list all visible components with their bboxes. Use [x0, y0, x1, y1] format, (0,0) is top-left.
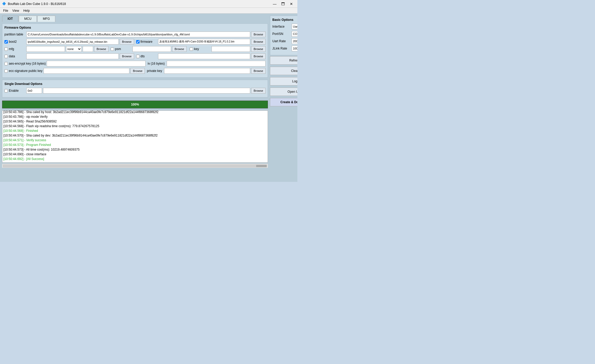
psm-browse[interactable]: Browse — [172, 46, 187, 52]
ecc-label: ecc-signature public key — [9, 69, 43, 73]
tab-iot[interactable]: IOT — [2, 16, 18, 22]
ecc-public-browse[interactable]: Browse — [130, 68, 145, 74]
psm-input[interactable] — [133, 46, 171, 52]
menu-file[interactable]: File — [1, 8, 10, 13]
data-dts-row: data Browse dts Browse — [4, 53, 266, 59]
boot2-label: boot2 — [9, 40, 17, 44]
basic-options-title: Basic Options — [272, 18, 297, 22]
boot2-input[interactable] — [26, 39, 119, 45]
log-line: [10:50:44.573] - All time cost(ms): 1021… — [3, 147, 267, 152]
ecc-private-browse[interactable]: Browse — [251, 68, 266, 74]
key-checkbox[interactable] — [190, 47, 193, 51]
mfg-label: mfg — [9, 47, 14, 51]
ecc-public-key-input[interactable] — [44, 68, 130, 74]
menu-help[interactable]: Help — [21, 8, 32, 13]
firmware-input[interactable] — [158, 39, 250, 45]
left-panel: IOT MCU MFG Firmware Options partition t… — [2, 16, 268, 180]
private-key-label: private key — [147, 69, 162, 73]
data-col: data Browse — [4, 53, 134, 59]
basic-options-panel: Basic Options Interface Uart JLink OpenO… — [270, 16, 297, 55]
close-button[interactable]: ✕ — [287, 1, 295, 7]
refresh-button[interactable]: Refresh — [270, 56, 297, 65]
uart-rate-label: Uart Rate — [272, 39, 291, 43]
aes-key-input[interactable] — [47, 61, 146, 66]
mfg-none-select[interactable]: none — [66, 46, 82, 52]
aes-row: aes-encrypt key (16 bytes) iv (16 bytes) — [4, 61, 266, 66]
dts-browse[interactable]: Browse — [251, 53, 266, 59]
enable-checkbox-label: Enable — [4, 89, 25, 92]
window-title: Bouffalo Lab Dev Cube 1.9.0 - BL616/618 — [8, 2, 271, 6]
interface-label: Interface — [272, 25, 291, 28]
tab-mcu[interactable]: MCU — [19, 16, 37, 22]
mfg-browse[interactable]: Browse — [94, 46, 109, 52]
ecc-checkbox[interactable] — [4, 69, 8, 73]
mfg-key-row: mfg none Browse psm Browse — [4, 46, 266, 52]
log-line: [10:50:44.565] - Read Sha256/938592 — [3, 119, 267, 124]
single-address-input[interactable] — [26, 88, 42, 94]
port-select[interactable]: COM3 COM1 COM2 — [292, 31, 297, 37]
mfg-checkbox[interactable] — [4, 47, 8, 51]
window-controls: — 🗖 ✕ — [271, 1, 295, 7]
boot2-checkbox[interactable] — [4, 40, 8, 44]
scroll-thumb[interactable] — [256, 165, 267, 167]
progress-bar: 100% — [2, 101, 268, 108]
data-label: data — [9, 54, 15, 58]
key-browse[interactable]: Browse — [251, 46, 266, 52]
data-checkbox[interactable] — [4, 55, 8, 58]
log-panel[interactable]: [10:50:43.772] - Write check[10:50:43.78… — [2, 110, 268, 163]
single-file-input[interactable] — [43, 88, 250, 94]
aes-iv-input[interactable] — [167, 61, 266, 66]
dts-input[interactable] — [158, 53, 250, 59]
dts-col: dts Browse — [136, 53, 266, 59]
uart-rate-input[interactable] — [292, 38, 297, 44]
title-bar: 🔷 Bouffalo Lab Dev Cube 1.9.0 - BL616/61… — [0, 0, 297, 8]
jlink-rate-label: JLink Rate — [272, 47, 291, 50]
single-browse[interactable]: Browse — [251, 88, 266, 94]
scroll-track[interactable] — [3, 165, 267, 167]
app-icon: 🔷 — [2, 2, 6, 6]
data-input[interactable] — [26, 53, 119, 59]
clear-button[interactable]: Clear — [270, 67, 297, 75]
open-uart-button[interactable]: Open Uart — [270, 88, 297, 96]
mfg-checkbox-label: mfg — [4, 47, 25, 51]
partition-table-browse[interactable]: Browse — [251, 32, 266, 37]
aes-label: aes-encrypt key (16 bytes) — [9, 62, 46, 65]
ecc-checkbox-label: ecc-signature public key — [4, 69, 43, 73]
mfg-input[interactable] — [26, 46, 65, 52]
single-download-panel: Single Download Options Enable Browse — [2, 80, 268, 97]
jlink-rate-input[interactable] — [292, 46, 297, 51]
interface-row: Interface Uart JLink OpenOCD — [272, 24, 297, 29]
single-download-row: Enable Browse — [4, 88, 266, 94]
log-line: [10:50:43.786] - xip mode Verify — [3, 114, 267, 119]
progress-bar-container: 100% — [2, 101, 268, 108]
tab-mfg[interactable]: MFG — [37, 16, 55, 22]
ecc-private-key-input[interactable] — [164, 68, 250, 74]
psm-checkbox[interactable] — [111, 47, 114, 51]
create-download-button[interactable]: Create & Download — [270, 98, 297, 106]
key-label: key — [194, 47, 199, 51]
boot2-browse[interactable]: Browse — [120, 39, 134, 45]
minimize-button[interactable]: — — [271, 1, 279, 7]
data-checkbox-label: data — [4, 54, 25, 58]
right-panel: Basic Options Interface Uart JLink OpenO… — [270, 16, 297, 180]
interface-select[interactable]: Uart JLink OpenOCD — [292, 24, 297, 29]
menu-view[interactable]: View — [10, 8, 21, 13]
key-input[interactable] — [212, 46, 250, 52]
log-line: [10:50:44.692] - [All Success] — [3, 157, 267, 161]
dts-checkbox[interactable] — [136, 55, 140, 58]
boot2-col: boot2 Browse — [4, 39, 134, 45]
firmware-checkbox[interactable] — [136, 40, 140, 44]
boot2-checkbox-label: boot2 — [4, 40, 25, 44]
aes-checkbox[interactable] — [4, 62, 8, 65]
log-line: [10:50:44.690] - close interface — [3, 152, 267, 157]
partition-table-input[interactable] — [26, 32, 250, 37]
data-browse[interactable]: Browse — [120, 53, 134, 59]
firmware-browse[interactable]: Browse — [251, 39, 266, 45]
maximize-button[interactable]: 🗖 — [279, 1, 287, 7]
partition-table-label: partition table — [4, 33, 25, 36]
bottom-scrollbar[interactable] — [2, 164, 268, 168]
mfg-extra-input[interactable] — [83, 46, 93, 52]
log-line: [10:50:44.571] - Verify success — [3, 138, 267, 143]
log-button[interactable]: Log — [270, 77, 297, 85]
enable-checkbox[interactable] — [4, 89, 8, 92]
